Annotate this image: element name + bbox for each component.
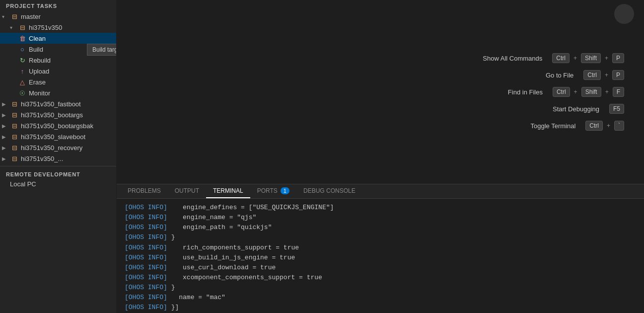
bootargs-arrow: ▶ [2,112,10,118]
recovery-icon: ⊟ [10,143,19,152]
rebuild-icon: ↻ [18,56,27,65]
kbd-ctrl-1: Ctrl [552,53,570,63]
tab-ports-label: PORTS [257,187,278,194]
clean-label: Clean [29,35,114,42]
more-icon: ⊟ [10,154,19,163]
more-arrow: ▶ [2,156,10,161]
more-label: hi3751v350_... [21,155,114,162]
panel-tabs: PROBLEMS OUTPUT TERMINAL PORTS 1 DEBUG C… [117,184,644,199]
kbd-shift-1: Shift [581,53,601,63]
kbd-ctrl-4: Ctrl [585,121,603,131]
fastboot-icon: ⊟ [10,99,19,108]
clean-icon: 🗑 [18,34,27,43]
sidebar-item-monitor[interactable]: ☉ Monitor [0,87,116,98]
rebuild-label: Rebuild [29,57,114,64]
shortcut-label-all-commands: Show All Commands [483,55,542,62]
sidebar-divider [0,166,116,166]
sidebar-item-more[interactable]: ▶ ⊟ hi3751v350_... [0,153,116,164]
right-panel: Show All Commands Ctrl + Shift + P Go to… [117,0,644,313]
recovery-arrow: ▶ [2,145,10,151]
erase-label: Erase [29,78,114,86]
bootargsbak-arrow: ▶ [2,123,10,129]
upload-label: Upload [29,68,114,75]
ports-badge: 1 [281,187,289,194]
sidebar-item-fastboot[interactable]: ▶ ⊟ hi3751v350_fastboot [0,98,116,109]
bottom-panel: PROBLEMS OUTPUT TERMINAL PORTS 1 DEBUG C… [117,184,644,313]
kbd-f: F [613,87,624,97]
slaveboot-icon: ⊟ [10,132,19,141]
slaveboot-label: hi3751v350_slaveboot [21,133,114,141]
kbd-sep-2: + [605,55,608,62]
sidebar-item-build[interactable]: ○ Build Build target binary [0,44,116,55]
recovery-label: hi3751v350_recovery [21,144,114,152]
log-line-11: [OHOS INFO] }] [125,303,636,313]
log-line-6: [OHOS INFO] use_build_in_js_engine = tru… [125,253,636,263]
bootargs-label: hi3751v350_bootargs [21,111,114,119]
kbd-sep-5: + [605,88,609,95]
kbd-sep-3: + [605,72,608,78]
build-icon: ○ [18,45,27,54]
sidebar-item-master[interactable]: ▾ ⊟ master [0,11,116,22]
sidebar-item-hi3751v350[interactable]: ▾ ⊟ hi3751v350 [0,22,116,33]
shortcut-row-all-commands: Show All Commands Ctrl + Shift + P [483,53,624,63]
tab-problems[interactable]: PROBLEMS [121,184,168,198]
log-line-2: [OHOS INFO] engine_name = "qjs" [125,213,636,223]
monitor-icon: ☉ [18,88,27,97]
main-layout: PROJECT TASKS ▾ ⊟ master ▾ ⊟ hi3751v350 … [0,0,644,313]
hi3751v350-arrow: ▾ [10,25,18,30]
shortcuts-panel: Show All Commands Ctrl + Shift + P Go to… [117,43,644,141]
tab-ports[interactable]: PORTS 1 [250,184,296,198]
kbd-f5: F5 [609,104,624,114]
tab-debug-console[interactable]: DEBUG CONSOLE [296,184,362,198]
sidebar-item-slaveboot[interactable]: ▶ ⊟ hi3751v350_slaveboot [0,131,116,142]
master-label: master [21,13,114,20]
sidebar-item-bootargs[interactable]: ▶ ⊟ hi3751v350_bootargs [0,109,116,120]
sidebar-item-recovery[interactable]: ▶ ⊟ hi3751v350_recovery [0,142,116,153]
shortcut-label-find-in-files: Find in Files [508,88,543,96]
log-line-3: [OHOS INFO] engine_path = "quickjs" [125,223,636,233]
sidebar-item-upload[interactable]: ↑ Upload [0,66,116,77]
avatar [614,4,634,24]
kbd-sep-6: + [607,122,610,129]
master-icon: ⊟ [10,12,19,21]
terminal-content[interactable]: [OHOS INFO] engine_defines = ["USE_QUICK… [117,199,644,313]
shortcut-row-goto-file: Go to File Ctrl + P [546,70,624,80]
remote-dev-header: REMOTE DEVELOPMENT [0,168,116,179]
kbd-p-1: P [612,53,624,63]
tab-terminal-label: TERMINAL [213,187,243,194]
tab-terminal[interactable]: TERMINAL [206,184,250,198]
bootargs-icon: ⊟ [10,110,19,119]
kbd-sep-1: + [573,55,577,62]
sidebar-item-clean[interactable]: 🗑 Clean [0,33,116,44]
shortcut-label-start-debugging: Start Debugging [553,105,599,113]
fastboot-label: hi3751v350_fastboot [21,100,114,108]
log-line-5: [OHOS INFO] rich_components_support = tr… [125,243,636,253]
hi3751v350-icon: ⊟ [18,23,27,32]
tab-problems-label: PROBLEMS [128,187,161,194]
project-tasks-header: PROJECT TASKS [0,0,116,11]
log-line-4: [OHOS INFO] } [125,233,636,242]
hi3751v350-label: hi3751v350 [29,24,114,31]
log-line-1: [OHOS INFO] engine_defines = ["USE_QUICK… [125,203,636,213]
log-line-8: [OHOS INFO] xcomponent_components_suppor… [125,273,636,283]
slaveboot-arrow: ▶ [2,134,10,140]
sidebar-item-bootargsbak[interactable]: ▶ ⊟ hi3751v350_bootargsbak [0,120,116,131]
monitor-label: Monitor [29,89,114,97]
shortcut-row-start-debugging: Start Debugging F5 [553,104,624,114]
shortcut-label-goto-file: Go to File [546,72,573,79]
shortcut-row-find-in-files: Find in Files Ctrl + Shift + F [508,87,624,97]
fastboot-arrow: ▶ [2,101,10,107]
kbd-p-2: P [612,70,624,80]
build-label: Build [29,46,114,53]
sidebar-item-erase[interactable]: △ Erase [0,77,116,87]
bootargsbak-icon: ⊟ [10,121,19,130]
erase-icon: △ [18,78,27,86]
tab-debug-console-label: DEBUG CONSOLE [303,187,356,194]
kbd-ctrl-2: Ctrl [583,70,601,80]
tab-output[interactable]: OUTPUT [168,184,206,198]
sidebar-item-local-pc[interactable]: Local PC [0,179,116,189]
sidebar-item-rebuild[interactable]: ↻ Rebuild [0,55,116,66]
log-line-10: [OHOS INFO] name = "mac" [125,293,636,303]
sidebar: PROJECT TASKS ▾ ⊟ master ▾ ⊟ hi3751v350 … [0,0,117,313]
log-line-9: [OHOS INFO] } [125,283,636,293]
